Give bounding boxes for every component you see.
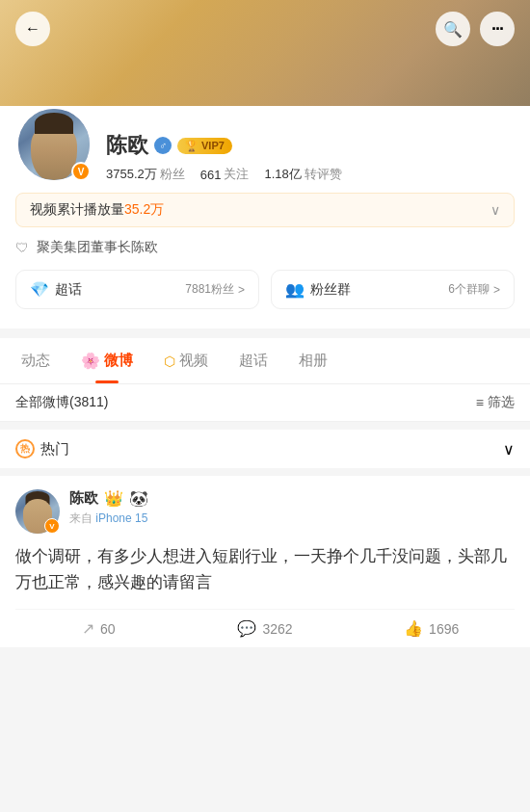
fan-group-right: 6个群聊 > <box>448 281 500 298</box>
video-tab-icon: ⬡ <box>164 354 175 369</box>
hot-tag-left: 热 热门 <box>15 439 69 458</box>
super-topic-icon: 💎 <box>30 280 49 299</box>
video-views-banner[interactable]: 视频累计播放量35.2万 ∨ <box>15 193 515 227</box>
more-button[interactable]: ··· <box>480 12 515 46</box>
tab-weibo[interactable]: 🌸 微博 <box>66 338 148 383</box>
hot-icon: 热 <box>15 439 35 458</box>
bio-text: 聚美集团董事长陈欧 <box>37 239 158 256</box>
tab-weibo-label: 微博 <box>104 352 133 370</box>
super-topic-left: 💎 超话 <box>30 280 82 299</box>
post-author-name: 陈欧 <box>69 489 98 508</box>
shield-icon: 🛡 <box>15 240 29 255</box>
super-topic-chevron: > <box>238 283 245 297</box>
tab-album[interactable]: 相册 <box>283 338 343 383</box>
nav-bar: ← 🔍 ··· <box>0 0 530 58</box>
post-actions: ↗ 60 💬 3262 👍 1696 <box>15 609 515 647</box>
fan-group-icon: 👥 <box>285 280 305 299</box>
tab-video[interactable]: ⬡ 视频 <box>148 338 224 383</box>
video-views-text: 视频累计播放量35.2万 <box>30 201 164 219</box>
post-source-device[interactable]: iPhone 15 <box>95 511 147 525</box>
like-action[interactable]: 👍 1696 <box>348 619 515 638</box>
tab-dongtai-label: 动态 <box>21 352 50 370</box>
hot-chevron-icon: ∨ <box>503 440 515 458</box>
tab-album-label: 相册 <box>299 352 328 370</box>
super-topic-card[interactable]: 💎 超话 7881粉丝 > <box>15 270 259 309</box>
avatar-row: V 陈欧 ♂ 🏆 VIP7 3755.2万 粉丝 66 <box>15 106 515 183</box>
super-topic-label: 超话 <box>55 281 82 299</box>
search-icon: 🔍 <box>443 20 463 39</box>
hot-label: 热门 <box>40 440 69 458</box>
stats-row: 3755.2万 粉丝 661 关注 1.18亿 转评赞 <box>106 166 515 183</box>
post-header: V 陈欧 👑 🐼 来自 iPhone 15 <box>15 489 515 534</box>
comment-icon: 💬 <box>237 619 256 638</box>
vip-icon: 🏆 <box>185 140 199 152</box>
repost-count: 60 <box>100 621 116 637</box>
fan-group-card[interactable]: 👥 粉丝群 6个群聊 > <box>271 270 515 309</box>
following-stat: 661 关注 <box>200 166 250 183</box>
more-icon: ··· <box>491 19 503 39</box>
post-avatar-wrap[interactable]: V <box>15 489 60 534</box>
nav-right: 🔍 ··· <box>436 12 515 46</box>
post-card: V 陈欧 👑 🐼 来自 iPhone 15 做个调研，有多少人想进入短剧行业，一… <box>0 476 530 647</box>
crown-icon: 👑 <box>104 489 123 508</box>
like-count: 1696 <box>429 621 459 637</box>
back-icon: ← <box>25 20 40 38</box>
profile-section: V 陈欧 ♂ 🏆 VIP7 3755.2万 粉丝 66 <box>0 106 530 328</box>
chevron-down-icon: ∨ <box>490 202 500 218</box>
profile-info: 陈欧 ♂ 🏆 VIP7 3755.2万 粉丝 661 关注 <box>106 131 515 183</box>
tab-supertopic-label: 超话 <box>239 352 268 370</box>
filter-bar: 全部微博(3811) ≡ 筛选 <box>0 384 530 422</box>
tab-dongtai[interactable]: 动态 <box>6 338 66 383</box>
followers-stat: 3755.2万 粉丝 <box>106 166 185 183</box>
post-meta: 陈欧 👑 🐼 来自 iPhone 15 <box>69 489 515 527</box>
filter-button[interactable]: ≡ 筛选 <box>476 394 515 411</box>
total-posts-label: 全部微博(3811) <box>15 394 108 411</box>
profile-name: 陈欧 <box>106 131 148 160</box>
avatar-wrap: V <box>15 106 93 183</box>
like-icon: 👍 <box>404 619 423 638</box>
post-name-row: 陈欧 👑 🐼 <box>69 489 515 508</box>
post-content: 做个调研，有多少人想进入短剧行业，一天挣个几千没问题，头部几万也正常，感兴趣的请… <box>15 543 515 595</box>
nav-left: ← <box>15 12 50 46</box>
tab-supertopic[interactable]: 超话 <box>224 338 283 383</box>
content-area: 全部微博(3811) ≡ 筛选 热 热门 ∨ V <box>0 384 530 647</box>
weibo-icon: 🌸 <box>81 352 100 370</box>
post-source: 来自 iPhone 15 <box>69 511 515 527</box>
gender-icon: ♂ <box>154 137 172 154</box>
back-button[interactable]: ← <box>15 12 50 46</box>
search-button[interactable]: 🔍 <box>436 12 470 46</box>
repost-action[interactable]: ↗ 60 <box>15 619 182 638</box>
tabs-bar: 动态 🌸 微博 ⬡ 视频 超话 相册 <box>0 338 530 384</box>
comment-count: 3262 <box>262 621 292 637</box>
filter-icon: ≡ <box>476 395 484 410</box>
super-topic-right: 7881粉丝 > <box>185 281 245 298</box>
features-row: 💎 超话 7881粉丝 > 👥 粉丝群 6个群聊 > <box>15 270 515 309</box>
bio-row: 🛡 聚美集团董事长陈欧 <box>15 239 515 256</box>
fan-group-left: 👥 粉丝群 <box>285 280 351 299</box>
verified-badge: V <box>71 162 91 181</box>
name-row: 陈欧 ♂ 🏆 VIP7 <box>106 131 515 160</box>
panda-icon: 🐼 <box>129 489 148 508</box>
fan-group-chevron: > <box>493 283 500 297</box>
repost-icon: ↗ <box>82 619 94 638</box>
vip-badge: 🏆 VIP7 <box>177 138 232 154</box>
interactions-stat: 1.18亿 转评赞 <box>264 166 341 183</box>
hot-tag-row[interactable]: 热 热门 ∨ <box>0 430 530 468</box>
fan-group-label: 粉丝群 <box>310 281 351 299</box>
comment-action[interactable]: 💬 3262 <box>182 619 349 638</box>
tab-video-label: 视频 <box>179 352 208 370</box>
post-verified-badge: V <box>44 518 60 534</box>
